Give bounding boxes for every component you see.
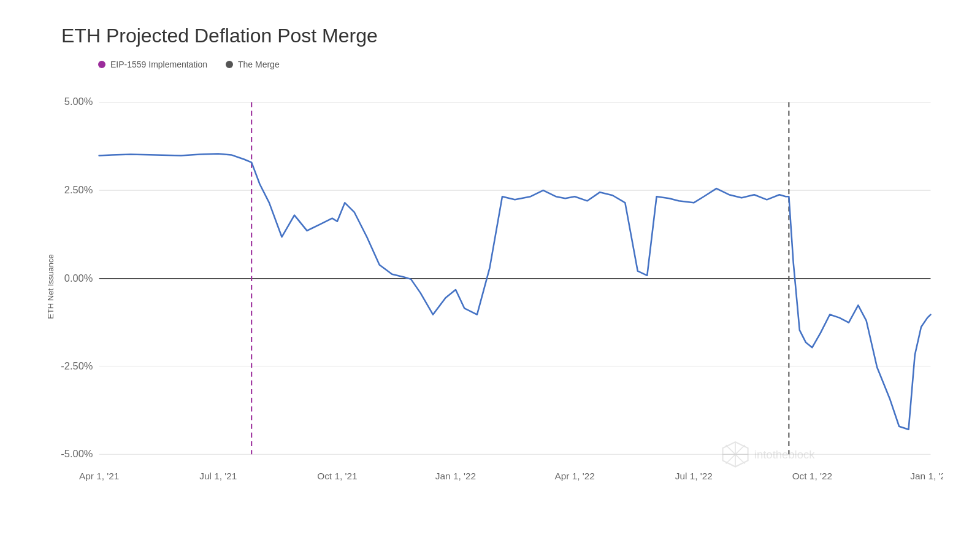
eth-line-chart [99, 153, 931, 429]
svg-text:-2.50%: -2.50% [61, 360, 93, 371]
chart-container: ETH Projected Deflation Post Merge EIP-1… [0, 0, 980, 545]
svg-text:Oct 1, '21: Oct 1, '21 [317, 471, 357, 481]
svg-text:intotheblock: intotheblock [754, 448, 815, 461]
legend-item-eip1559: EIP-1559 Implementation [98, 60, 207, 69]
chart-svg: 5.00% 2.50% 0.00% -2.50% -5.00% Apr 1, '… [61, 82, 943, 492]
watermark-icon: intotheblock [723, 442, 816, 466]
svg-text:0.00%: 0.00% [64, 272, 93, 284]
chart-legend: EIP-1559 Implementation The Merge [98, 60, 943, 69]
legend-dot-eip1559 [98, 61, 105, 68]
y-axis-label: ETH Net Issuance [46, 254, 55, 319]
svg-text:Oct 1, '22: Oct 1, '22 [792, 471, 832, 481]
svg-text:Apr 1, '21: Apr 1, '21 [79, 471, 119, 481]
legend-label-merge: The Merge [238, 60, 280, 69]
svg-text:-5.00%: -5.00% [61, 448, 93, 459]
svg-text:Jul 1, '22: Jul 1, '22 [675, 471, 713, 481]
legend-label-eip1559: EIP-1559 Implementation [110, 60, 207, 69]
svg-text:Apr 1, '22: Apr 1, '22 [554, 471, 594, 481]
legend-dot-merge [226, 61, 233, 68]
svg-text:2.50%: 2.50% [64, 184, 93, 195]
svg-text:Jan 1, '23: Jan 1, '23 [910, 471, 943, 481]
chart-title: ETH Projected Deflation Post Merge [61, 25, 943, 47]
svg-text:Jul 1, '21: Jul 1, '21 [199, 471, 237, 481]
legend-item-merge: The Merge [226, 60, 280, 69]
svg-text:Jan 1, '22: Jan 1, '22 [435, 471, 476, 481]
chart-area: ETH Net Issuance 5.00% 2.50% 0.00% -2.50… [61, 82, 943, 492]
svg-text:5.00%: 5.00% [64, 96, 93, 107]
